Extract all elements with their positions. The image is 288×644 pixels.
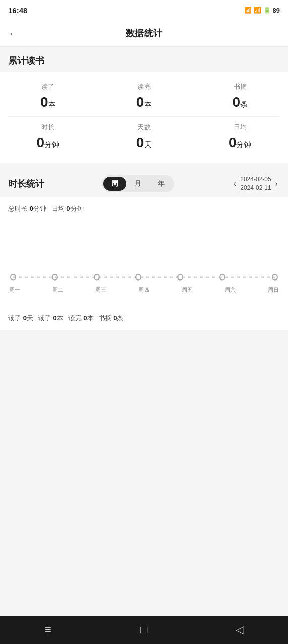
stats-read-value: 0本 <box>40 94 56 110</box>
next-period-button[interactable]: › <box>273 179 280 188</box>
home-button[interactable]: □ <box>129 620 159 640</box>
stats-days-label: 天数 <box>137 123 151 132</box>
tab-year[interactable]: 年 <box>150 177 173 191</box>
duration-header: 时长统计 周 月 年 ‹ 2024-02-05 2024-02-11 › <box>0 168 288 197</box>
signal-icon: 📶 <box>244 7 252 14</box>
menu-button[interactable]: ≡ <box>33 620 63 640</box>
stats-days: 天数 0天 <box>96 123 192 151</box>
status-bar: 16:48 📶 📶 🔋 89 <box>0 0 288 20</box>
wifi-icon: 📶 <box>254 7 261 14</box>
stats-finished-value: 0本 <box>136 94 152 110</box>
stats-notes-label: 书摘 <box>234 82 247 91</box>
tab-week[interactable]: 周 <box>103 177 126 191</box>
date-range: 2024-02-05 2024-02-11 <box>240 175 271 192</box>
page-title: 数据统计 <box>126 27 162 39</box>
stats-duration-value: 0分钟 <box>37 135 60 151</box>
total-duration-value: 0 <box>30 205 33 212</box>
daily-avg-duration-value: 0 <box>66 205 70 212</box>
back-nav-button[interactable]: ◁ <box>225 620 255 640</box>
status-icons: 📶 📶 🔋 89 <box>244 7 280 14</box>
stats-notes: 书摘 0条 <box>192 82 288 110</box>
header: ← 数据统计 <box>0 20 288 47</box>
footer-read-books: 读了 0本 <box>38 314 63 323</box>
x-label-sat: 周六 <box>225 286 236 294</box>
footer-finished-books: 读完 0本 <box>68 314 94 323</box>
stats-daily-avg-label: 日均 <box>234 123 247 132</box>
x-label-wed: 周三 <box>95 286 106 294</box>
duration-section: 时长统计 周 月 年 ‹ 2024-02-05 2024-02-11 › 总时长… <box>0 168 288 330</box>
period-tab-group: 周 月 年 <box>102 175 174 192</box>
chart-line-container: 周一 周二 周三 周四 周五 周六 周日 <box>8 218 280 294</box>
x-label-mon: 周一 <box>9 286 20 294</box>
date-end: 2024-02-11 <box>240 184 271 192</box>
duration-section-title: 时长统计 <box>8 178 44 190</box>
weekly-footer: 读了 0天 读了 0本 读完 0本 书摘 0条 <box>8 309 280 325</box>
status-time: 16:48 <box>8 6 27 15</box>
stats-row-2: 时长 0分钟 天数 0天 日均 0分钟 <box>0 118 288 156</box>
battery-level: 89 <box>273 7 280 14</box>
x-label-fri: 周五 <box>182 286 193 294</box>
stats-read-label: 读了 <box>41 82 54 91</box>
stats-finished: 读完 0本 <box>96 82 192 110</box>
chart-svg <box>8 218 280 289</box>
back-button[interactable]: ← <box>8 28 18 39</box>
chart-summary: 总时长 0分钟 日均 0分钟 <box>8 204 280 213</box>
stats-notes-value: 0条 <box>232 94 248 110</box>
main-content: 累计读书 读了 0本 读完 0本 书摘 0条 时长 0分钟 <box>0 47 288 616</box>
stats-divider <box>8 116 280 117</box>
stats-days-value: 0天 <box>136 135 152 151</box>
stats-row-1: 读了 0本 读完 0本 书摘 0条 <box>0 77 288 115</box>
footer-notes: 书摘 0条 <box>99 314 124 323</box>
cumulative-stats-card: 读了 0本 读完 0本 书摘 0条 时长 0分钟 天数 0天 <box>0 72 288 163</box>
chart-area: 周一 周二 周三 周四 周五 周六 周日 <box>8 218 280 309</box>
x-label-thu: 周四 <box>138 286 150 294</box>
date-nav: ‹ 2024-02-05 2024-02-11 › <box>232 175 280 192</box>
cumulative-section-title: 累计读书 <box>0 47 288 72</box>
stats-daily-avg-value: 0分钟 <box>229 135 252 151</box>
stats-duration-label: 时长 <box>41 123 54 132</box>
bottom-nav: ≡ □ ◁ <box>0 616 288 644</box>
date-start: 2024-02-05 <box>240 175 271 184</box>
x-label-sun: 周日 <box>268 286 279 294</box>
stats-read: 读了 0本 <box>0 82 96 110</box>
battery-icon: 🔋 <box>263 7 271 14</box>
stats-finished-label: 读完 <box>137 82 151 91</box>
stats-duration: 时长 0分钟 <box>0 123 96 151</box>
stats-daily-avg: 日均 0分钟 <box>192 123 288 151</box>
chart-x-labels: 周一 周二 周三 周四 周五 周六 周日 <box>8 286 280 294</box>
footer-read-days: 读了 0天 <box>8 314 33 323</box>
chart-card: 总时长 0分钟 日均 0分钟 <box>0 197 288 330</box>
tab-month[interactable]: 月 <box>126 177 150 191</box>
x-label-tue: 周二 <box>52 286 63 294</box>
prev-period-button[interactable]: ‹ <box>232 179 238 188</box>
